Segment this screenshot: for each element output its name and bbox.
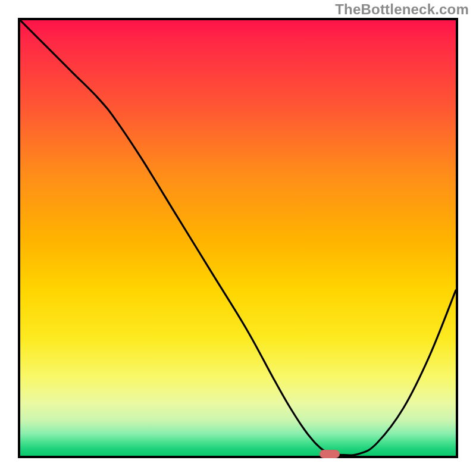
bottleneck-curve <box>20 20 456 456</box>
chart-container: TheBottleneck.com <box>0 0 476 476</box>
optimal-marker <box>320 450 340 458</box>
plot-area <box>18 18 458 458</box>
attribution-text: TheBottleneck.com <box>335 1 469 18</box>
